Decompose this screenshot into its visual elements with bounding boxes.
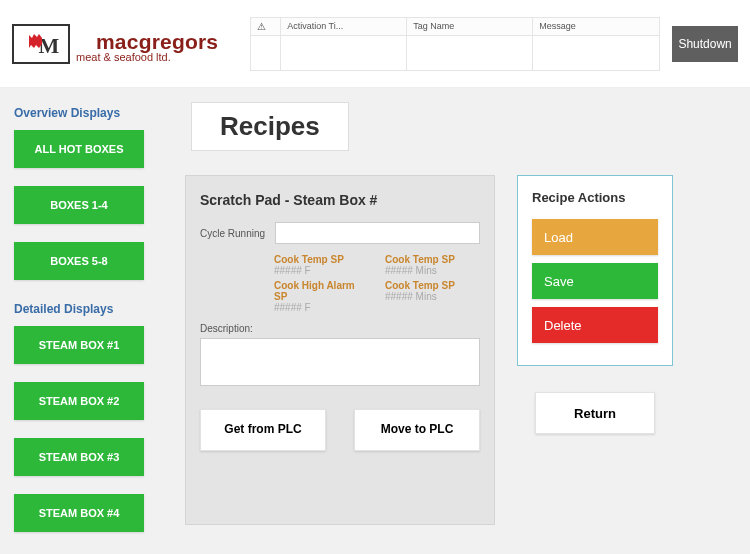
sidebar-item-boxes-1-4[interactable]: BOXES 1-4 [14, 186, 144, 224]
get-from-plc-button[interactable]: Get from PLC [200, 409, 326, 451]
delete-button[interactable]: Delete [532, 307, 658, 343]
param-value: ##### F [274, 302, 369, 313]
sidebar-item-steam-box-3[interactable]: STEAM BOX #3 [14, 438, 144, 476]
logo-name: macgregors [76, 25, 238, 52]
load-button[interactable]: Load [532, 219, 658, 255]
param-value: ##### Mins [385, 265, 480, 276]
cycle-running-label: Cycle Running [200, 228, 265, 239]
main-area: Recipes Scratch Pad - Steam Box # Cycle … [165, 88, 750, 554]
description-label: Description: [200, 323, 480, 334]
scratch-pad-panel: Scratch Pad - Steam Box # Cycle Running … [185, 175, 495, 525]
status-col-message: Message [533, 18, 659, 36]
logo-sub: meat & seafood ltd. [76, 52, 238, 63]
warning-icon: ⚠ [257, 21, 266, 32]
param-name: Cook Temp SP [274, 254, 369, 265]
status-table: ⚠ Activation Ti... Tag Name Message [250, 17, 660, 71]
save-button[interactable]: Save [532, 263, 658, 299]
param-name: Cook High Alarm SP [274, 280, 369, 302]
recipe-actions-title: Recipe Actions [532, 190, 658, 205]
sidebar-item-steam-box-4[interactable]: STEAM BOX #4 [14, 494, 144, 532]
svg-text:M: M [39, 33, 60, 57]
scratch-title: Scratch Pad - Steam Box # [200, 192, 480, 208]
param-value: ##### Mins [385, 291, 480, 302]
recipe-actions-panel: Recipe Actions Load Save Delete [517, 175, 673, 366]
status-col-activation: Activation Ti... [281, 18, 406, 36]
param-name: Cook Temp SP [385, 254, 480, 265]
sidebar: Overview Displays ALL HOT BOXES BOXES 1-… [0, 88, 165, 554]
shutdown-button[interactable]: Shutdown [672, 26, 738, 62]
logo-icon: M [12, 24, 70, 64]
detailed-heading: Detailed Displays [0, 298, 165, 326]
move-to-plc-button[interactable]: Move to PLC [354, 409, 480, 451]
logo: M macgregors meat & seafood ltd. [12, 24, 238, 64]
sidebar-item-all-hot-boxes[interactable]: ALL HOT BOXES [14, 130, 144, 168]
sidebar-item-steam-box-2[interactable]: STEAM BOX #2 [14, 382, 144, 420]
status-col-tag: Tag Name [407, 18, 532, 36]
page-title-wrap: Recipes [191, 102, 349, 151]
param-name: Cook Temp SP [385, 280, 480, 291]
cycle-running-input[interactable] [275, 222, 480, 244]
sidebar-item-steam-box-1[interactable]: STEAM BOX #1 [14, 326, 144, 364]
top-bar: M macgregors meat & seafood ltd. ⚠ Activ… [0, 0, 750, 88]
overview-heading: Overview Displays [0, 102, 165, 130]
return-button[interactable]: Return [535, 392, 655, 434]
description-input[interactable] [200, 338, 480, 386]
sidebar-item-boxes-5-8[interactable]: BOXES 5-8 [14, 242, 144, 280]
page-title: Recipes [220, 111, 320, 142]
param-value: ##### F [274, 265, 369, 276]
